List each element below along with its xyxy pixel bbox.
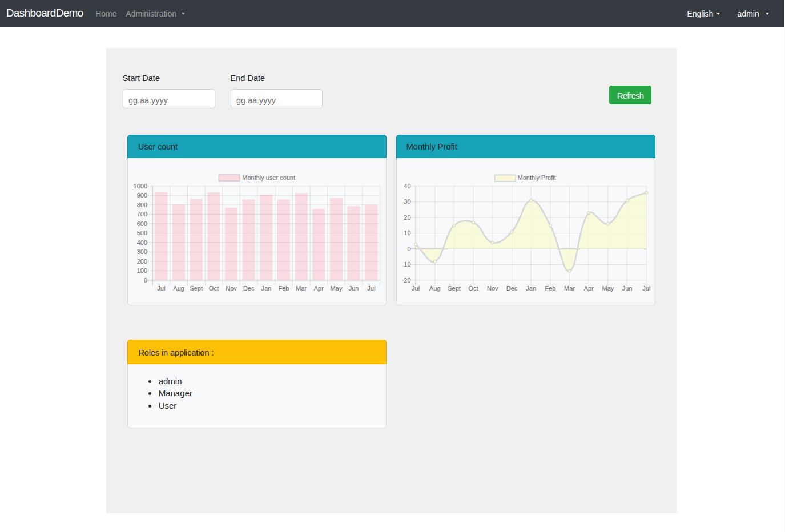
svg-text:100: 100 — [136, 267, 147, 274]
svg-text:Nov: Nov — [226, 285, 237, 292]
svg-text:-10: -10 — [402, 261, 411, 268]
svg-text:Oct: Oct — [469, 285, 478, 292]
svg-text:10: 10 — [404, 229, 411, 236]
svg-text:Dec: Dec — [506, 285, 518, 292]
svg-text:800: 800 — [136, 201, 147, 208]
svg-text:Jul: Jul — [412, 285, 420, 292]
svg-text:300: 300 — [136, 248, 147, 255]
svg-text:200: 200 — [136, 257, 147, 264]
svg-text:Sept: Sept — [448, 285, 461, 292]
svg-text:400: 400 — [136, 239, 147, 245]
svg-text:Apr: Apr — [584, 285, 594, 292]
svg-text:Jan: Jan — [526, 285, 537, 292]
svg-text:Jun: Jun — [622, 285, 633, 292]
svg-text:0: 0 — [408, 245, 411, 252]
svg-text:500: 500 — [136, 229, 147, 236]
svg-text:1000: 1000 — [133, 182, 147, 189]
svg-text:Jun: Jun — [348, 285, 359, 292]
svg-text:Jul: Jul — [157, 285, 165, 292]
svg-text:Jul: Jul — [367, 285, 375, 292]
svg-text:Apr: Apr — [313, 285, 323, 292]
svg-text:Mar: Mar — [296, 285, 307, 292]
svg-text:Monthly Profit: Monthly Profit — [518, 174, 556, 181]
svg-text:900: 900 — [136, 192, 147, 199]
svg-text:Mar: Mar — [564, 285, 575, 292]
svg-text:Nov: Nov — [487, 285, 498, 292]
svg-text:May: May — [330, 285, 342, 292]
svg-text:Aug: Aug — [429, 285, 441, 292]
svg-text:600: 600 — [136, 220, 147, 227]
svg-text:30: 30 — [404, 198, 411, 205]
svg-text:700: 700 — [136, 211, 147, 217]
svg-text:Monthly user count: Monthly user count — [242, 174, 295, 181]
svg-text:Sept: Sept — [190, 285, 203, 292]
svg-text:40: 40 — [404, 182, 411, 189]
svg-text:Feb: Feb — [545, 285, 556, 292]
svg-text:Jul: Jul — [643, 285, 651, 292]
svg-text:Jan: Jan — [261, 285, 271, 292]
svg-text:Aug: Aug — [173, 285, 184, 292]
svg-text:-20: -20 — [402, 276, 411, 283]
svg-text:20: 20 — [404, 213, 411, 220]
svg-text:May: May — [602, 285, 614, 292]
svg-text:0: 0 — [144, 276, 147, 283]
svg-text:Feb: Feb — [278, 285, 289, 292]
svg-text:Dec: Dec — [243, 285, 255, 292]
svg-text:Oct: Oct — [209, 285, 219, 292]
